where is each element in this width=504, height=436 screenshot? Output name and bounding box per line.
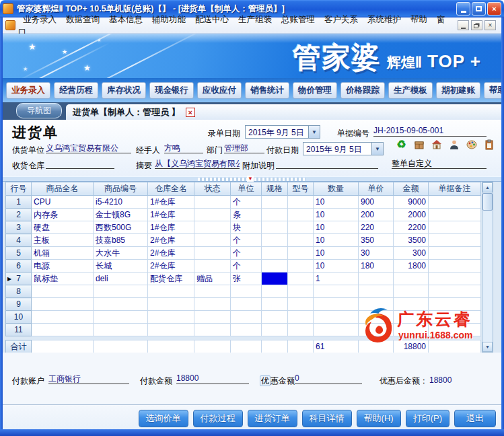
grid-cell[interactable]: [262, 285, 288, 298]
clipboard-icon[interactable]: [483, 139, 495, 150]
grid-cell[interactable]: 30: [359, 247, 394, 260]
grid-cell[interactable]: 10: [314, 209, 359, 221]
grid-cell[interactable]: [32, 285, 94, 298]
grid-cell[interactable]: [262, 234, 288, 247]
grid-cell[interactable]: 长城: [94, 260, 148, 272]
grid-cell[interactable]: [429, 221, 481, 234]
grid-cell[interactable]: 技嘉b85: [94, 234, 148, 247]
action-button-7[interactable]: 退出: [454, 410, 496, 427]
scroll-down-icon[interactable]: ▼: [482, 342, 493, 352]
grid-cell[interactable]: [231, 311, 262, 324]
toolbar-button-10[interactable]: 期初建账: [436, 82, 480, 99]
grid-cell[interactable]: [394, 324, 429, 336]
summary-field[interactable]: 从【义乌鸿宝贸易有限公司】购进: [155, 158, 240, 169]
grid-cell[interactable]: 硬盘: [32, 221, 94, 234]
mdi-minimize-button[interactable]: [458, 20, 469, 30]
grid-cell[interactable]: 个: [231, 247, 262, 260]
grid-cell[interactable]: 350: [359, 234, 394, 247]
grid-cell[interactable]: 条: [231, 209, 262, 221]
grid-cell[interactable]: 个: [231, 260, 262, 272]
grid-cell[interactable]: 张: [231, 272, 262, 285]
grid-cell[interactable]: [288, 209, 314, 221]
palette-icon[interactable]: [466, 139, 477, 150]
package-icon[interactable]: [413, 139, 425, 150]
grid-cell[interactable]: 10: [314, 196, 359, 209]
grid-cell[interactable]: 块: [231, 221, 262, 234]
grid-cell[interactable]: [231, 298, 262, 311]
custom-define-link[interactable]: 整单自定义: [392, 158, 487, 169]
grid-cell[interactable]: [194, 247, 231, 260]
grid-cell[interactable]: [262, 221, 288, 234]
grid-cell[interactable]: [194, 209, 231, 221]
grid-cell[interactable]: 10: [314, 221, 359, 234]
tab-purchase-order[interactable]: 进货单【制单人：管理员 】 ×: [66, 104, 501, 120]
dept-field[interactable]: 管理部: [224, 143, 264, 153]
mdi-restore-button[interactable]: [471, 20, 482, 30]
grid-cell[interactable]: [148, 311, 194, 324]
action-button-2[interactable]: 付款过程: [193, 410, 243, 427]
grid-cell[interactable]: 西数500G: [94, 221, 148, 234]
record-date-combo[interactable]: 2015年 9月 5日 ▼: [245, 125, 320, 139]
grid-cell[interactable]: 180: [359, 260, 394, 272]
menu-item-8[interactable]: 客户关系: [320, 13, 363, 26]
grid-cell[interactable]: [429, 196, 481, 209]
grid-cell[interactable]: 200: [359, 209, 394, 221]
grid-cell[interactable]: 2#仓库: [148, 260, 194, 272]
grid-cell[interactable]: [288, 260, 314, 272]
menu-item-5[interactable]: 配送中心: [190, 13, 233, 26]
grid-cell[interactable]: 大水牛: [94, 247, 148, 260]
grid-cell[interactable]: [359, 298, 394, 311]
grid-cell[interactable]: [314, 298, 359, 311]
row-number[interactable]: 10: [6, 311, 32, 324]
row-number[interactable]: 5: [6, 247, 32, 260]
grid-cell[interactable]: [429, 247, 481, 260]
grid-cell[interactable]: [288, 311, 314, 324]
action-button-5[interactable]: 帮助(H): [357, 410, 401, 427]
grid-cell[interactable]: [262, 209, 288, 221]
splitter-arrow-icon[interactable]: ▼: [247, 176, 254, 182]
menu-item-3[interactable]: 基本信息: [104, 13, 147, 26]
grid-cell[interactable]: 2#仓库: [148, 234, 194, 247]
grid-cell[interactable]: [394, 285, 429, 298]
handler-field[interactable]: 方鸣: [164, 143, 203, 153]
grid-cell[interactable]: [194, 196, 231, 209]
grid-cell[interactable]: 10: [314, 247, 359, 260]
grid-cell[interactable]: [314, 311, 359, 324]
home-icon[interactable]: [431, 139, 442, 150]
grid-cell[interactable]: [429, 285, 481, 298]
grid-cell[interactable]: 主板: [32, 234, 94, 247]
grid-cell[interactable]: [148, 324, 194, 336]
grid-cell[interactable]: [262, 272, 288, 285]
grid-cell[interactable]: [429, 260, 481, 272]
vertical-scrollbar[interactable]: ▲ ▼: [482, 182, 493, 353]
pay-account-field[interactable]: 工商银行: [48, 373, 129, 384]
grid-cell[interactable]: [194, 324, 231, 336]
grid-cell[interactable]: 10: [314, 260, 359, 272]
grid-cell[interactable]: [194, 221, 231, 234]
grid-cell[interactable]: 鼠标垫: [32, 272, 94, 285]
grid-cell[interactable]: [94, 311, 148, 324]
grid-cell[interactable]: 9000: [394, 196, 429, 209]
grid-cell[interactable]: 2200: [394, 221, 429, 234]
grid-cell[interactable]: i5-4210: [94, 196, 148, 209]
grid-cell[interactable]: 1#仓库: [148, 196, 194, 209]
grid-cell[interactable]: [262, 311, 288, 324]
grid-cell[interactable]: [94, 298, 148, 311]
row-number[interactable]: 2: [6, 209, 32, 221]
doc-no-field[interactable]: JH-2015-09-05-001: [373, 126, 487, 137]
splitter-handle[interactable]: ▼: [3, 176, 501, 182]
toolbar-button-6[interactable]: 销售统计: [245, 82, 289, 99]
grid-cell[interactable]: [32, 311, 94, 324]
toolbar-button-2[interactable]: 经营历程: [54, 82, 98, 99]
grid-cell[interactable]: [288, 247, 314, 260]
grid-cell[interactable]: [429, 209, 481, 221]
grid-cell[interactable]: [148, 298, 194, 311]
grid-cell[interactable]: 3500: [394, 234, 429, 247]
grid-cell[interactable]: [94, 285, 148, 298]
toolbar-button-1[interactable]: 业务录入: [6, 82, 50, 99]
scrollbar-thumb[interactable]: [482, 193, 493, 211]
grid-cell[interactable]: [194, 285, 231, 298]
grid-cell[interactable]: 900: [359, 196, 394, 209]
grid-cell[interactable]: 2#仓库: [148, 247, 194, 260]
grid-cell[interactable]: [394, 272, 429, 285]
